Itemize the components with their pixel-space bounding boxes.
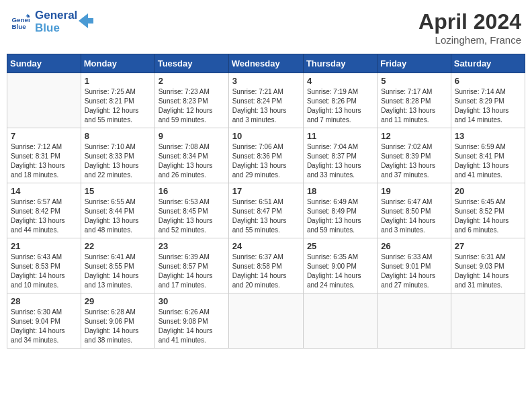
day-number: 29 — [85, 296, 151, 306]
calendar-cell: 15Sunrise: 6:55 AM Sunset: 8:44 PM Dayli… — [81, 183, 154, 238]
day-number: 3 — [232, 76, 300, 86]
calendar-day-header: Wednesday — [228, 54, 303, 73]
day-info: Sunrise: 7:02 AM Sunset: 8:39 PM Dayligh… — [381, 142, 447, 180]
calendar-cell: 25Sunrise: 6:35 AM Sunset: 9:00 PM Dayli… — [303, 238, 377, 293]
day-info: Sunrise: 7:08 AM Sunset: 8:34 PM Dayligh… — [159, 142, 225, 180]
calendar-cell: 29Sunrise: 6:28 AM Sunset: 9:06 PM Dayli… — [81, 293, 154, 349]
calendar-cell: 11Sunrise: 7:04 AM Sunset: 8:37 PM Dayli… — [303, 128, 377, 183]
calendar-week-row: 7Sunrise: 7:12 AM Sunset: 8:31 PM Daylig… — [7, 128, 525, 183]
calendar-header-row: SundayMondayTuesdayWednesdayThursdayFrid… — [7, 54, 525, 73]
calendar-cell: 28Sunrise: 6:30 AM Sunset: 9:04 PM Dayli… — [7, 293, 81, 349]
day-info: Sunrise: 7:17 AM Sunset: 8:28 PM Dayligh… — [381, 87, 447, 125]
calendar-cell: 21Sunrise: 6:43 AM Sunset: 8:53 PM Dayli… — [7, 238, 81, 293]
day-info: Sunrise: 6:47 AM Sunset: 8:50 PM Dayligh… — [381, 197, 447, 235]
calendar-cell: 19Sunrise: 6:47 AM Sunset: 8:50 PM Dayli… — [378, 183, 451, 238]
page-header: General Blue General Blue April 2024 Loz… — [7, 7, 525, 48]
calendar-cell: 16Sunrise: 6:53 AM Sunset: 8:45 PM Dayli… — [154, 183, 228, 238]
day-number: 18 — [307, 186, 373, 196]
calendar-cell — [303, 293, 377, 349]
day-number: 10 — [232, 131, 300, 141]
day-info: Sunrise: 6:53 AM Sunset: 8:45 PM Dayligh… — [159, 197, 225, 235]
day-info: Sunrise: 6:35 AM Sunset: 9:00 PM Dayligh… — [307, 253, 373, 290]
day-number: 7 — [11, 131, 77, 141]
day-number: 12 — [381, 131, 447, 141]
calendar-week-row: 1Sunrise: 7:25 AM Sunset: 8:21 PM Daylig… — [7, 73, 525, 128]
day-info: Sunrise: 6:26 AM Sunset: 9:08 PM Dayligh… — [159, 308, 225, 345]
day-number: 9 — [159, 131, 225, 141]
svg-marker-4 — [79, 13, 93, 28]
calendar-cell: 27Sunrise: 6:31 AM Sunset: 9:03 PM Dayli… — [451, 238, 525, 293]
day-info: Sunrise: 6:30 AM Sunset: 9:04 PM Dayligh… — [11, 308, 77, 345]
calendar-day-header: Tuesday — [154, 54, 228, 73]
day-number: 2 — [159, 76, 225, 86]
day-info: Sunrise: 6:33 AM Sunset: 9:01 PM Dayligh… — [381, 253, 447, 290]
day-number: 13 — [455, 131, 521, 141]
day-number: 19 — [381, 186, 447, 196]
day-number: 25 — [307, 241, 373, 251]
day-number: 8 — [85, 131, 151, 141]
day-info: Sunrise: 6:51 AM Sunset: 8:47 PM Dayligh… — [232, 197, 300, 235]
day-number: 14 — [11, 186, 77, 196]
day-number: 5 — [381, 76, 447, 86]
calendar-cell: 13Sunrise: 6:59 AM Sunset: 8:41 PM Dayli… — [451, 128, 525, 183]
calendar-cell: 2Sunrise: 7:23 AM Sunset: 8:23 PM Daylig… — [154, 73, 228, 128]
logo-arrow-icon — [79, 13, 93, 28]
day-number: 1 — [85, 76, 151, 86]
calendar-cell: 20Sunrise: 6:45 AM Sunset: 8:52 PM Dayli… — [451, 183, 525, 238]
day-number: 21 — [11, 241, 77, 251]
day-number: 22 — [85, 241, 151, 251]
calendar-cell: 18Sunrise: 6:49 AM Sunset: 8:49 PM Dayli… — [303, 183, 377, 238]
calendar-cell: 4Sunrise: 7:19 AM Sunset: 8:26 PM Daylig… — [303, 73, 377, 128]
calendar-cell: 1Sunrise: 7:25 AM Sunset: 8:21 PM Daylig… — [81, 73, 154, 128]
logo: General Blue General Blue — [11, 9, 93, 34]
day-number: 30 — [159, 296, 225, 306]
title-block: April 2024 Lozinghem, France — [418, 9, 521, 46]
day-number: 6 — [455, 76, 521, 86]
calendar-cell: 23Sunrise: 6:39 AM Sunset: 8:57 PM Dayli… — [154, 238, 228, 293]
calendar-week-row: 14Sunrise: 6:57 AM Sunset: 8:42 PM Dayli… — [7, 183, 525, 238]
calendar-cell: 6Sunrise: 7:14 AM Sunset: 8:29 PM Daylig… — [451, 73, 525, 128]
day-number: 23 — [159, 241, 225, 251]
day-info: Sunrise: 6:55 AM Sunset: 8:44 PM Dayligh… — [85, 197, 151, 235]
day-info: Sunrise: 6:49 AM Sunset: 8:49 PM Dayligh… — [307, 197, 373, 235]
calendar-cell: 26Sunrise: 6:33 AM Sunset: 9:01 PM Dayli… — [378, 238, 451, 293]
calendar-cell: 8Sunrise: 7:10 AM Sunset: 8:33 PM Daylig… — [81, 128, 154, 183]
day-info: Sunrise: 6:57 AM Sunset: 8:42 PM Dayligh… — [11, 197, 77, 235]
day-number: 28 — [11, 296, 77, 306]
calendar-week-row: 21Sunrise: 6:43 AM Sunset: 8:53 PM Dayli… — [7, 238, 525, 293]
calendar-day-header: Sunday — [7, 54, 81, 73]
calendar-cell: 10Sunrise: 7:06 AM Sunset: 8:36 PM Dayli… — [228, 128, 303, 183]
day-number: 27 — [455, 241, 521, 251]
calendar-cell: 22Sunrise: 6:41 AM Sunset: 8:55 PM Dayli… — [81, 238, 154, 293]
day-info: Sunrise: 7:10 AM Sunset: 8:33 PM Dayligh… — [85, 142, 151, 180]
day-info: Sunrise: 6:59 AM Sunset: 8:41 PM Dayligh… — [455, 142, 521, 180]
day-info: Sunrise: 6:28 AM Sunset: 9:06 PM Dayligh… — [85, 308, 151, 345]
day-info: Sunrise: 6:41 AM Sunset: 8:55 PM Dayligh… — [85, 253, 151, 290]
day-info: Sunrise: 7:14 AM Sunset: 8:29 PM Dayligh… — [455, 87, 521, 125]
location: Lozinghem, France — [418, 34, 521, 46]
calendar-day-header: Monday — [81, 54, 154, 73]
svg-text:Blue: Blue — [11, 22, 26, 30]
day-number: 26 — [381, 241, 447, 251]
calendar-day-header: Thursday — [303, 54, 377, 73]
day-info: Sunrise: 6:45 AM Sunset: 8:52 PM Dayligh… — [455, 197, 521, 235]
day-info: Sunrise: 7:06 AM Sunset: 8:36 PM Dayligh… — [232, 142, 300, 180]
calendar-cell: 30Sunrise: 6:26 AM Sunset: 9:08 PM Dayli… — [154, 293, 228, 349]
day-info: Sunrise: 7:04 AM Sunset: 8:37 PM Dayligh… — [307, 142, 373, 180]
day-info: Sunrise: 7:23 AM Sunset: 8:23 PM Dayligh… — [159, 87, 225, 125]
day-number: 4 — [307, 76, 373, 86]
calendar-cell: 24Sunrise: 6:37 AM Sunset: 8:58 PM Dayli… — [228, 238, 303, 293]
day-number: 16 — [159, 186, 225, 196]
day-number: 20 — [455, 186, 521, 196]
calendar-cell — [228, 293, 303, 349]
day-info: Sunrise: 6:31 AM Sunset: 9:03 PM Dayligh… — [455, 253, 521, 290]
day-info: Sunrise: 6:37 AM Sunset: 8:58 PM Dayligh… — [232, 253, 300, 290]
calendar-cell — [451, 293, 525, 349]
calendar-cell: 14Sunrise: 6:57 AM Sunset: 8:42 PM Dayli… — [7, 183, 81, 238]
calendar-cell — [7, 73, 81, 128]
calendar-cell: 17Sunrise: 6:51 AM Sunset: 8:47 PM Dayli… — [228, 183, 303, 238]
calendar-cell: 3Sunrise: 7:21 AM Sunset: 8:24 PM Daylig… — [228, 73, 303, 128]
month-title: April 2024 — [418, 9, 521, 34]
logo-line2: Blue — [35, 22, 77, 35]
day-info: Sunrise: 7:12 AM Sunset: 8:31 PM Dayligh… — [11, 142, 77, 180]
